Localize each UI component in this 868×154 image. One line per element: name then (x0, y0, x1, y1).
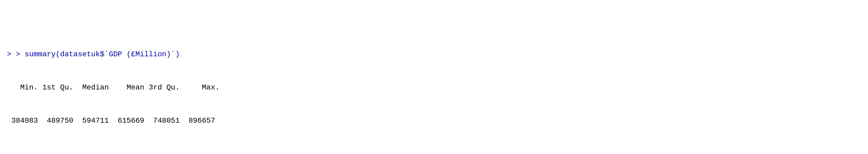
block1: > > summary(datasetuk$`GDP (£Million)`) … (7, 27, 861, 149)
command-line-1[interactable]: > > summary(datasetuk$`GDP (£Million)`) (7, 49, 861, 60)
header-line-1: Min. 1st Qu. Median Mean 3rd Qu. Max. (7, 82, 861, 93)
console-output: > > summary(datasetuk$`GDP (£Million)`) … (7, 5, 861, 154)
values-line-1: 384083 489750 594711 615669 748051 89665… (7, 115, 861, 126)
command-text-1: > summary(datasetuk$`GDP (£Million)`) (16, 50, 180, 59)
prompt-symbol-1: > (7, 50, 16, 59)
